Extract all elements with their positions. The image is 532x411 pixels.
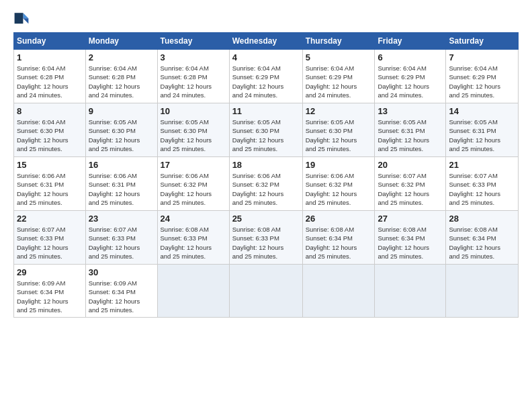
calendar-cell: 12Sunrise: 6:05 AM Sunset: 6:30 PM Dayli… [302,103,375,157]
calendar-week-2: 8Sunrise: 6:04 AM Sunset: 6:30 PM Daylig… [14,103,519,157]
day-info: Sunrise: 6:05 AM Sunset: 6:30 PM Dayligh… [89,118,154,153]
day-info: Sunrise: 6:08 AM Sunset: 6:34 PM Dayligh… [449,225,515,261]
calendar-cell: 22Sunrise: 6:07 AM Sunset: 6:33 PM Dayli… [14,211,86,265]
day-info: Sunrise: 6:05 AM Sunset: 6:30 PM Dayligh… [161,118,226,153]
day-number: 27 [378,214,443,224]
calendar-cell: 13Sunrise: 6:05 AM Sunset: 6:31 PM Dayli… [375,103,446,157]
calendar: SundayMondayTuesdayWednesdayThursdayFrid… [13,32,519,318]
day-number: 25 [232,214,300,224]
day-info: Sunrise: 6:04 AM Sunset: 6:29 PM Dayligh… [378,64,443,99]
calendar-cell [302,265,375,318]
calendar-cell: 11Sunrise: 6:05 AM Sunset: 6:30 PM Dayli… [229,103,302,157]
day-info: Sunrise: 6:07 AM Sunset: 6:32 PM Dayligh… [378,171,443,207]
day-number: 13 [378,106,443,116]
calendar-cell: 9Sunrise: 6:05 AM Sunset: 6:30 PM Daylig… [85,103,157,157]
day-number: 16 [89,160,154,170]
calendar-cell: 25Sunrise: 6:08 AM Sunset: 6:33 PM Dayli… [229,211,302,265]
logo-icon [13,11,30,27]
day-number: 11 [232,106,300,116]
calendar-cell: 27Sunrise: 6:08 AM Sunset: 6:34 PM Dayli… [375,211,446,265]
calendar-cell: 7Sunrise: 6:04 AM Sunset: 6:29 PM Daylig… [446,50,519,103]
day-info: Sunrise: 6:04 AM Sunset: 6:29 PM Dayligh… [232,64,300,99]
day-info: Sunrise: 6:07 AM Sunset: 6:33 PM Dayligh… [17,225,83,261]
calendar-header-tuesday: Tuesday [157,33,229,50]
day-number: 21 [449,160,515,170]
header [13,11,519,27]
day-number: 9 [89,106,154,116]
svg-marker-0 [23,13,28,18]
day-number: 24 [161,214,226,224]
calendar-header-row: SundayMondayTuesdayWednesdayThursdayFrid… [14,33,519,50]
day-number: 29 [17,267,83,277]
calendar-cell: 30Sunrise: 6:09 AM Sunset: 6:34 PM Dayli… [85,265,157,318]
day-number: 3 [161,52,226,62]
calendar-week-3: 15Sunrise: 6:06 AM Sunset: 6:31 PM Dayli… [14,157,519,211]
calendar-header-sunday: Sunday [14,33,86,50]
calendar-cell: 18Sunrise: 6:06 AM Sunset: 6:32 PM Dayli… [229,157,302,211]
day-number: 20 [378,160,443,170]
day-number: 2 [89,52,154,62]
calendar-cell: 29Sunrise: 6:09 AM Sunset: 6:34 PM Dayli… [14,265,86,318]
calendar-cell: 15Sunrise: 6:06 AM Sunset: 6:31 PM Dayli… [14,157,86,211]
calendar-week-4: 22Sunrise: 6:07 AM Sunset: 6:33 PM Dayli… [14,211,519,265]
calendar-header-thursday: Thursday [302,33,375,50]
day-number: 18 [232,160,300,170]
day-number: 22 [17,214,83,224]
calendar-cell [446,265,519,318]
day-info: Sunrise: 6:08 AM Sunset: 6:34 PM Dayligh… [378,225,443,261]
day-info: Sunrise: 6:04 AM Sunset: 6:28 PM Dayligh… [89,64,154,99]
calendar-cell: 8Sunrise: 6:04 AM Sunset: 6:30 PM Daylig… [14,103,86,157]
calendar-cell: 4Sunrise: 6:04 AM Sunset: 6:29 PM Daylig… [229,50,302,103]
day-number: 1 [17,52,83,62]
day-info: Sunrise: 6:09 AM Sunset: 6:34 PM Dayligh… [89,279,154,314]
calendar-cell: 14Sunrise: 6:05 AM Sunset: 6:31 PM Dayli… [446,103,519,157]
page: SundayMondayTuesdayWednesdayThursdayFrid… [0,0,532,411]
day-number: 23 [89,214,154,224]
day-number: 10 [161,106,226,116]
day-info: Sunrise: 6:08 AM Sunset: 6:34 PM Dayligh… [306,225,372,261]
day-info: Sunrise: 6:04 AM Sunset: 6:30 PM Dayligh… [17,118,83,153]
day-number: 14 [449,106,515,116]
day-info: Sunrise: 6:05 AM Sunset: 6:30 PM Dayligh… [306,118,372,153]
calendar-cell: 6Sunrise: 6:04 AM Sunset: 6:29 PM Daylig… [375,50,446,103]
calendar-cell: 26Sunrise: 6:08 AM Sunset: 6:34 PM Dayli… [302,211,375,265]
day-info: Sunrise: 6:07 AM Sunset: 6:33 PM Dayligh… [449,171,515,207]
day-number: 15 [17,160,83,170]
day-info: Sunrise: 6:05 AM Sunset: 6:31 PM Dayligh… [449,118,515,153]
calendar-header-friday: Friday [375,33,446,50]
day-info: Sunrise: 6:04 AM Sunset: 6:28 PM Dayligh… [161,64,226,99]
day-info: Sunrise: 6:05 AM Sunset: 6:31 PM Dayligh… [378,118,443,153]
day-info: Sunrise: 6:06 AM Sunset: 6:32 PM Dayligh… [161,171,226,207]
logo [13,11,32,27]
day-info: Sunrise: 6:06 AM Sunset: 6:31 PM Dayligh… [89,171,154,207]
calendar-cell [229,265,302,318]
calendar-cell [157,265,229,318]
calendar-header-monday: Monday [85,33,157,50]
day-info: Sunrise: 6:04 AM Sunset: 6:29 PM Dayligh… [306,64,372,99]
day-number: 12 [306,106,372,116]
calendar-cell: 23Sunrise: 6:07 AM Sunset: 6:33 PM Dayli… [85,211,157,265]
day-number: 5 [306,52,372,62]
day-info: Sunrise: 6:08 AM Sunset: 6:33 PM Dayligh… [161,225,226,261]
calendar-cell: 10Sunrise: 6:05 AM Sunset: 6:30 PM Dayli… [157,103,229,157]
day-number: 30 [89,267,154,277]
day-number: 19 [306,160,372,170]
calendar-cell: 16Sunrise: 6:06 AM Sunset: 6:31 PM Dayli… [85,157,157,211]
day-info: Sunrise: 6:06 AM Sunset: 6:31 PM Dayligh… [17,171,83,207]
day-number: 17 [161,160,226,170]
day-info: Sunrise: 6:06 AM Sunset: 6:32 PM Dayligh… [306,171,372,207]
calendar-cell: 28Sunrise: 6:08 AM Sunset: 6:34 PM Dayli… [446,211,519,265]
day-info: Sunrise: 6:08 AM Sunset: 6:33 PM Dayligh… [232,225,300,261]
calendar-cell: 24Sunrise: 6:08 AM Sunset: 6:33 PM Dayli… [157,211,229,265]
svg-marker-1 [23,18,28,24]
calendar-cell: 20Sunrise: 6:07 AM Sunset: 6:32 PM Dayli… [375,157,446,211]
day-number: 4 [232,52,300,62]
calendar-week-5: 29Sunrise: 6:09 AM Sunset: 6:34 PM Dayli… [14,265,519,318]
day-info: Sunrise: 6:09 AM Sunset: 6:34 PM Dayligh… [17,279,83,314]
day-info: Sunrise: 6:06 AM Sunset: 6:32 PM Dayligh… [232,171,300,207]
calendar-cell: 2Sunrise: 6:04 AM Sunset: 6:28 PM Daylig… [85,50,157,103]
day-info: Sunrise: 6:07 AM Sunset: 6:33 PM Dayligh… [89,225,154,261]
day-number: 8 [17,106,83,116]
calendar-header-saturday: Saturday [446,33,519,50]
calendar-cell [375,265,446,318]
